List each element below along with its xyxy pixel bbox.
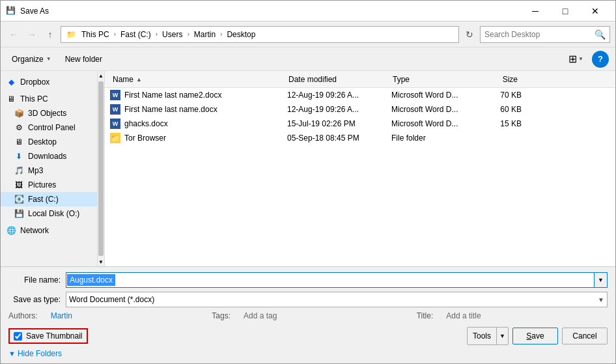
help-button[interactable]: ? [592,51,609,68]
sidebar-item-local-disk[interactable]: 💾 Local Disk (O:) [1,206,97,221]
search-icon: 🔍 [595,29,606,40]
sidebar-item-this-pc[interactable]: 🖥 This PC [1,92,97,106]
breadcrumb-users[interactable]: Users [161,30,184,39]
sidebar-item-desktop[interactable]: 🖥 Desktop [1,135,97,149]
sidebar-label-local-disk: Local Disk (O:) [28,209,79,218]
downloads-icon: ⬇ [14,151,24,161]
sidebar-item-pictures[interactable]: 🖼 Pictures [1,178,97,192]
sidebar: ◆ Dropbox 🖥 This PC 📦 3D Objects ⚙ Contr… [1,71,97,266]
network-icon: 🌐 [6,225,16,236]
window-controls: ─ □ ✕ [520,1,610,21]
sidebar-label-this-pc: This PC [20,94,48,104]
3d-objects-icon: 📦 [14,108,24,119]
tools-button[interactable]: Tools [468,328,496,344]
sidebar-item-network[interactable]: 🌐 Network [1,223,97,238]
file-date: 12-Aug-19 09:26 A... [287,91,391,100]
file-row[interactable]: W ghacks.docx 15-Jul-19 02:26 PM Microso… [105,117,615,131]
filename-row: File name: August.docx ▼ [8,272,608,288]
filename-selected-text: August.docx [67,274,115,286]
breadcrumb-this-pc[interactable]: This PC [80,30,111,39]
desktop-icon: 🖥 [14,137,24,147]
word-icon: W [110,119,120,129]
forward-button[interactable]: → [24,27,40,42]
save-as-dialog: 💾 Save As ─ □ ✕ ← → ↑ 📁 This PC › Fast (… [0,0,616,364]
save-thumbnail-label[interactable]: Save Thumbnail [26,331,83,341]
breadcrumb-martin[interactable]: Martin [193,30,217,39]
view-icon: ⊞ [568,53,577,65]
savetype-row: Save as type: Word Document (*.docx) ▼ [8,292,608,307]
sidebar-item-fast-c[interactable]: 💽 Fast (C:) [1,192,97,206]
view-button[interactable]: ⊞ ▼ [565,51,587,68]
sidebar-item-dropbox[interactable]: ◆ Dropbox [1,75,97,89]
action-row: Save Thumbnail Tools ▼ Save Cancel [8,324,608,345]
sidebar-label-control-panel: Control Panel [28,123,76,132]
window-title: Save As [20,7,520,16]
hide-folders-label[interactable]: Hide Folders [18,349,62,358]
breadcrumb-desktop[interactable]: Desktop [225,30,257,39]
sidebar-scroll-thumb[interactable] [98,81,104,256]
sidebar-scrollbar[interactable]: ▲ ▼ [97,71,104,266]
title-label: Title: [417,311,434,320]
cancel-button[interactable]: Cancel [562,328,608,344]
savetype-dropdown[interactable]: Word Document (*.docx) ▼ [66,292,608,307]
control-panel-icon: ⚙ [14,122,24,133]
view-dropdown-arrow: ▼ [578,56,583,62]
minimize-button[interactable]: ─ [520,1,550,21]
address-bar[interactable]: 📁 This PC › Fast (C:) › Users › Martin ›… [61,26,459,43]
sidebar-item-downloads[interactable]: ⬇ Downloads [1,149,97,163]
organize-dropdown-arrow: ▼ [46,56,51,62]
window-icon: 💾 [6,6,16,16]
maximize-button[interactable]: □ [550,1,580,21]
filename-input-container[interactable]: August.docx [66,272,595,288]
column-name[interactable]: Name ▲ [110,75,286,84]
word-icon: W [110,90,120,100]
breadcrumb-folder-icon[interactable]: 📁 [65,30,77,39]
sidebar-item-3d-objects[interactable]: 📦 3D Objects [1,106,97,120]
sidebar-item-mp3[interactable]: 🎵 Mp3 [1,163,97,178]
title-value[interactable]: Add a title [446,311,481,320]
file-row[interactable]: W First Name last name2.docx 12-Aug-19 0… [105,88,615,102]
title-bar: 💾 Save As ─ □ ✕ [1,1,615,21]
authors-value[interactable]: Martin [51,311,72,320]
tags-value[interactable]: Add a tag [244,311,277,320]
back-button[interactable]: ← [6,27,21,42]
second-toolbar: Organize ▼ New folder ⊞ ▼ ? [1,48,615,71]
organize-button[interactable]: Organize ▼ [7,51,56,68]
file-row[interactable]: W First Name last name.docx 12-Aug-19 09… [105,102,615,117]
sidebar-scroll-down[interactable]: ▼ [98,257,104,266]
file-type: Microsoft Word D... [391,119,476,128]
save-button[interactable]: Save [512,328,558,344]
sidebar-label-3d: 3D Objects [28,109,66,118]
column-type[interactable]: Type [390,75,475,84]
mp3-icon: 🎵 [14,165,24,176]
action-buttons: Tools ▼ Save Cancel [467,327,608,345]
column-date[interactable]: Date modified [286,75,390,84]
search-input[interactable] [484,30,592,39]
column-size[interactable]: Size [475,75,520,84]
sidebar-label-downloads: Downloads [28,152,66,161]
file-size: 15 KB [476,119,522,128]
file-date: 12-Aug-19 09:26 A... [287,105,391,114]
refresh-button[interactable]: ↻ [462,27,477,42]
save-thumbnail-checkbox[interactable] [14,332,22,341]
hide-folders-row: ▼ Hide Folders [8,349,608,358]
file-size: 70 KB [476,91,522,100]
breadcrumb-fast-c[interactable]: Fast (C:) [119,30,152,39]
up-button[interactable]: ↑ [42,27,58,42]
local-disk-icon: 💾 [14,208,24,219]
file-date: 05-Sep-18 08:45 PM [287,133,391,143]
filename-dropdown-btn[interactable]: ▼ [595,272,608,288]
fast-c-icon: 💽 [14,194,24,204]
new-folder-button[interactable]: New folder [61,51,106,68]
bottom-panel: File name: August.docx ▼ Save as type: W… [1,266,615,363]
sidebar-item-control-panel[interactable]: ⚙ Control Panel [1,120,97,135]
content-area: ◆ Dropbox 🖥 This PC 📦 3D Objects ⚙ Contr… [1,71,615,266]
authors-label: Authors: [8,311,38,320]
close-button[interactable]: ✕ [580,1,610,21]
file-row[interactable]: 📁 Tor Browser 05-Sep-18 08:45 PM File fo… [105,131,615,145]
address-toolbar: ← → ↑ 📁 This PC › Fast (C:) › Users › Ma… [1,21,615,48]
sidebar-scroll-up[interactable]: ▲ [98,71,104,80]
tools-dropdown-arrow[interactable]: ▼ [496,328,508,344]
filename-label: File name: [8,275,61,285]
file-name: First Name last name.docx [124,105,287,114]
